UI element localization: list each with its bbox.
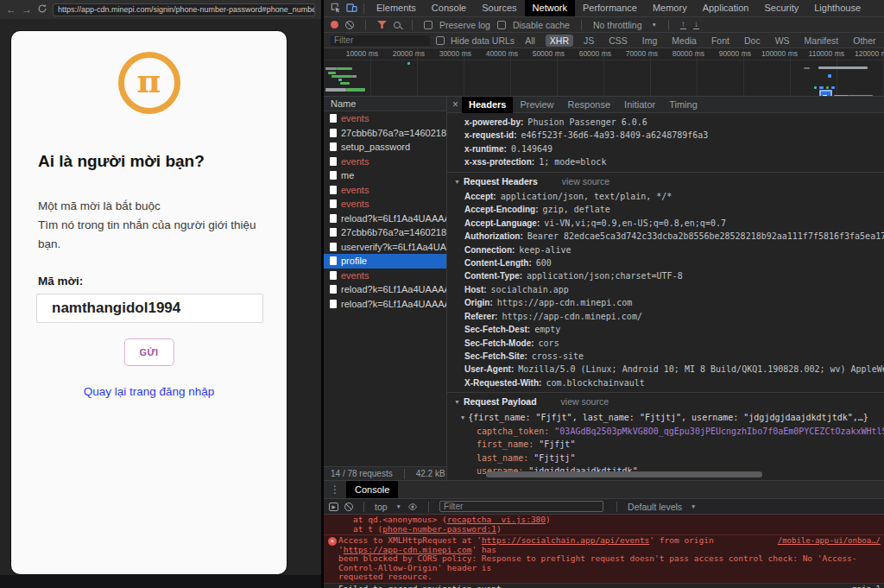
view-source-link[interactable]: view source (561, 396, 609, 407)
request-row-selected[interactable]: profile (324, 254, 446, 269)
request-row[interactable]: 27cbb6b76a?a=146021864&… (324, 126, 446, 141)
request-header-line: Originhttps://app-cdn.minepi.com (447, 296, 884, 309)
request-row[interactable]: reload?k=6Lf1Aa4UAAAAAL… (324, 212, 446, 226)
import-har-icon[interactable]: ↑ (680, 20, 686, 29)
request-row[interactable]: userverify?k=6Lf1Aa4UAAAA… (324, 240, 446, 255)
request-header-line: Hostsocialchain.app (447, 283, 884, 296)
back-icon[interactable]: ← (6, 4, 16, 15)
tab-memory[interactable]: Memory (645, 0, 695, 16)
header-value: com.blockchainvault (546, 378, 644, 388)
request-list-name-header[interactable]: Name (324, 97, 446, 111)
device-toolbar-icon[interactable] (346, 1, 357, 16)
header-name: Sec-Fetch-Site (464, 351, 527, 361)
tab-application[interactable]: Application (695, 0, 757, 16)
throttling-select[interactable]: No throttling (593, 20, 642, 30)
tab-performance[interactable]: Performance (575, 0, 645, 16)
url-link[interactable]: https://socialchain.app/api/events (482, 535, 649, 545)
clear-console-icon[interactable] (344, 503, 353, 511)
filter-pill-xhr[interactable]: XHR (546, 35, 573, 47)
filter-funnel-icon[interactable] (377, 21, 387, 28)
header-value: e46f523f-36d6-4a93-8409-a6248789f6a3 (521, 130, 709, 140)
document-icon (330, 214, 337, 223)
search-icon[interactable] (394, 22, 401, 28)
filter-pill-other[interactable]: Other (849, 35, 880, 47)
tab-headers[interactable]: Headers (462, 97, 513, 113)
export-har-icon[interactable]: ↓ (693, 20, 699, 29)
collapse-icon[interactable]: ▼ (454, 179, 460, 185)
tab-security[interactable]: Security (756, 0, 806, 16)
view-source-link[interactable]: view source (562, 176, 609, 187)
request-payload-section[interactable]: ▼Request Payloadview source (447, 392, 884, 410)
collapse-icon[interactable]: ▼ (454, 399, 460, 405)
more-options-icon[interactable]: ⋮ (330, 484, 340, 496)
request-name: events (341, 199, 369, 209)
request-name: setup_password (341, 142, 410, 152)
request-row[interactable]: reload?k=6Lf1Aa4UAAAAAL… (324, 282, 446, 297)
payload-summary[interactable]: ▼{first_name: "Fjfjt", last_name: "Fjtjt… (447, 411, 884, 425)
network-overview-timeline[interactable]: 10000 ms 20000 ms 30000 ms 40000 ms 5000… (324, 47, 884, 96)
waterfall-bar (826, 86, 829, 89)
network-filter-input[interactable] (331, 35, 430, 46)
request-row[interactable]: 27cbb6b76a?a=146021864&… (324, 225, 446, 240)
header-name: Accept-Language (464, 218, 540, 228)
request-row[interactable]: reload?k=6Lf1Aa4UAAAAAL… (324, 297, 446, 312)
console-filter-input[interactable] (439, 501, 603, 512)
filter-pill-all[interactable]: All (521, 35, 540, 47)
collapse-icon[interactable]: ▼ (461, 414, 464, 421)
source-link[interactable]: main.1 (852, 585, 881, 588)
tab-console[interactable]: Console (424, 0, 474, 16)
clear-icon[interactable] (345, 21, 354, 29)
filter-pill-manifest[interactable]: Manifest (800, 35, 843, 47)
console-tab[interactable]: Console (346, 481, 398, 498)
tab-network[interactable]: Network (525, 0, 575, 16)
tab-preview[interactable]: Preview (513, 97, 560, 113)
filter-pill-media[interactable]: Media (667, 35, 701, 47)
forward-icon[interactable]: → (22, 4, 32, 15)
back-to-login-link[interactable]: Quay lại trang đăng nhập (11, 385, 287, 398)
source-link[interactable]: recaptcha__vi.js:380 (447, 515, 546, 524)
request-headers-section[interactable]: ▼Request Headersview source (447, 172, 884, 190)
hide-data-urls-label: Hide data URLs (451, 35, 515, 46)
filter-pill-font[interactable]: Font (707, 35, 734, 47)
document-icon (330, 243, 337, 251)
request-row[interactable]: events (324, 183, 446, 198)
hide-data-urls-checkbox[interactable] (436, 36, 445, 45)
url-link[interactable]: https://app-cdn.minepi.com (344, 545, 472, 554)
tab-response[interactable]: Response (561, 97, 618, 113)
address-bar[interactable]: https://app-cdn.minepi.com/signin/phone-… (53, 3, 315, 16)
filter-pill-css[interactable]: CSS (604, 35, 632, 47)
tab-lighthouse[interactable]: Lighthouse (806, 0, 868, 16)
tab-initiator[interactable]: Initiator (617, 97, 662, 113)
inspect-element-icon[interactable] (331, 1, 341, 16)
console-sidebar-icon[interactable]: ▶ (329, 503, 338, 511)
request-row[interactable]: setup_password (324, 140, 446, 155)
tab-elements[interactable]: Elements (369, 0, 424, 16)
record-icon[interactable] (331, 21, 338, 28)
filter-pill-doc[interactable]: Doc (740, 35, 765, 47)
request-row[interactable]: events (324, 269, 446, 283)
request-row[interactable]: events (324, 197, 446, 212)
disable-cache-checkbox[interactable] (497, 21, 506, 29)
tab-timing[interactable]: Timing (662, 97, 704, 113)
header-name: Sec-Fetch-Mode (464, 338, 534, 348)
log-levels-select[interactable]: Default levels (628, 502, 682, 512)
invite-code-input[interactable] (36, 294, 263, 323)
eye-icon[interactable] (407, 502, 418, 512)
filter-pill-js[interactable]: JS (579, 35, 598, 47)
timeline-label: 10000 ms (346, 49, 381, 58)
source-link[interactable]: phone-number-password:1 (382, 524, 496, 534)
headers-content: x-powered-byPhusion Passenger 6.0.6 x-re… (447, 113, 884, 480)
tab-sources[interactable]: Sources (474, 0, 524, 16)
filter-pill-img[interactable]: Img (638, 35, 662, 47)
context-select[interactable]: top (375, 502, 388, 512)
submit-button[interactable]: GỬI (123, 338, 174, 366)
close-icon[interactable]: × (452, 98, 458, 111)
filter-pill-ws[interactable]: WS (771, 35, 794, 47)
request-row[interactable]: events (324, 155, 446, 169)
request-row[interactable]: me (324, 168, 446, 183)
preserve-log-checkbox[interactable] (424, 21, 433, 29)
horizontal-scrollbar[interactable] (486, 471, 762, 477)
source-link[interactable]: /mobile-app-ui/onboa…/ (778, 536, 881, 546)
reload-icon[interactable] (37, 3, 47, 16)
request-row[interactable]: events (324, 111, 446, 126)
